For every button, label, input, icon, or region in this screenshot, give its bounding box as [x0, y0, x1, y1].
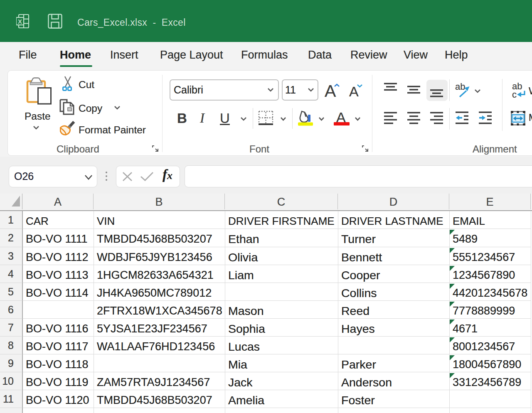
- svg-text:X: X: [18, 18, 22, 25]
- svg-text:c: c: [512, 89, 517, 99]
- svg-text:ab: ab: [455, 83, 465, 92]
